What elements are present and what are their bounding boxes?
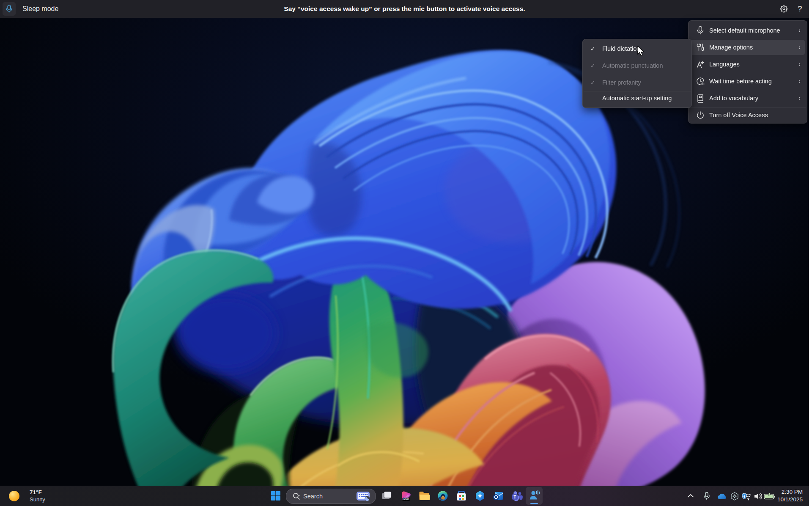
svg-text:M365: M365 bbox=[403, 498, 409, 500]
